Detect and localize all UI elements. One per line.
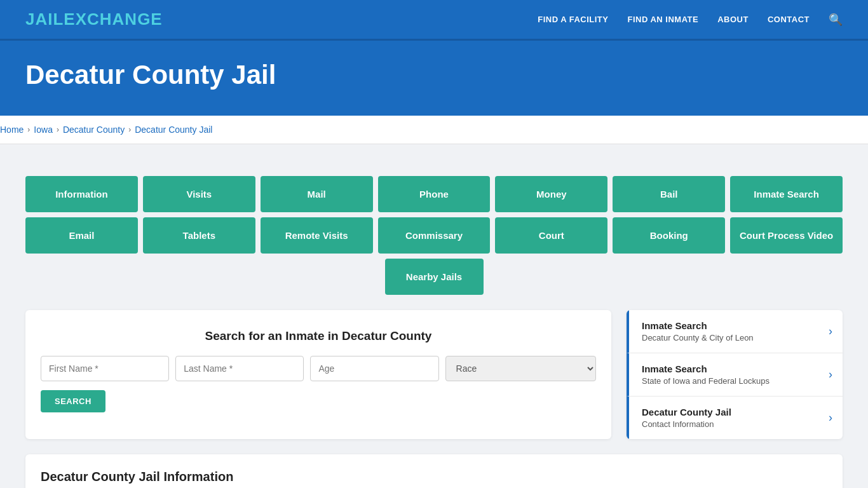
sidebar-card-sub-2: State of Iowa and Federal Lockups xyxy=(642,376,770,386)
breadcrumb-sep-1: › xyxy=(27,125,30,134)
btn-nearby-jails[interactable]: Nearby Jails xyxy=(385,259,484,295)
nav-contact[interactable]: CONTACT xyxy=(768,15,810,24)
sidebar-card-text-2: Inmate Search State of Iowa and Federal … xyxy=(642,363,770,386)
age-input[interactable] xyxy=(310,356,438,381)
btn-email[interactable]: Email xyxy=(25,217,138,254)
buttons-row-3: Nearby Jails xyxy=(25,259,843,295)
logo-part1: JAIL xyxy=(25,10,64,29)
sidebar-card-inmate-search-decatur[interactable]: Inmate Search Decatur County & City of L… xyxy=(627,310,843,353)
btn-money[interactable]: Money xyxy=(495,176,607,212)
btn-information[interactable]: Information xyxy=(25,176,138,212)
btn-court[interactable]: Court xyxy=(495,217,607,254)
btn-bail[interactable]: Bail xyxy=(613,176,725,212)
first-name-input[interactable] xyxy=(41,356,169,381)
btn-court-process-video[interactable]: Court Process Video xyxy=(730,217,843,254)
hero-section: Decatur County Jail xyxy=(0,41,868,116)
btn-inmate-search[interactable]: Inmate Search xyxy=(730,176,843,212)
header: JAILEXCHANGE FIND A FACILITY FIND AN INM… xyxy=(0,0,868,41)
sidebar-card-text-1: Inmate Search Decatur County & City of L… xyxy=(642,320,754,342)
btn-mail[interactable]: Mail xyxy=(261,176,373,212)
sidebar-cards: Inmate Search Decatur County & City of L… xyxy=(627,310,843,439)
search-button[interactable]: SEARCH xyxy=(41,390,105,412)
sidebar-card-title-2: Inmate Search xyxy=(642,363,770,374)
search-form-title: Search for an Inmate in Decatur County xyxy=(41,329,596,343)
sidebar-card-inmate-search-iowa[interactable]: Inmate Search State of Iowa and Federal … xyxy=(627,353,843,396)
page-title: Decatur County Jail xyxy=(25,60,843,90)
breadcrumb-iowa[interactable]: Iowa xyxy=(34,125,53,135)
info-section: Decatur County Jail Information xyxy=(25,454,843,488)
info-section-title: Decatur County Jail Information xyxy=(41,470,827,484)
btn-remote-visits[interactable]: Remote Visits xyxy=(261,217,373,254)
breadcrumb-home[interactable]: Home xyxy=(0,125,24,135)
nav-about[interactable]: ABOUT xyxy=(717,15,749,24)
buttons-row-2: Email Tablets Remote Visits Commissary C… xyxy=(25,217,843,254)
search-form-container: Search for an Inmate in Decatur County R… xyxy=(25,310,611,439)
sidebar-card-sub-1: Decatur County & City of Leon xyxy=(642,333,754,342)
breadcrumb: Home › Iowa › Decatur County › Decatur C… xyxy=(0,116,868,144)
breadcrumb-sep-3: › xyxy=(128,125,131,134)
sidebar-card-title-3: Decatur County Jail xyxy=(642,407,731,417)
buttons-section: Information Visits Mail Phone Money Bail… xyxy=(25,176,843,295)
sidebar-card-sub-3: Contact Information xyxy=(642,419,731,429)
btn-visits[interactable]: Visits xyxy=(143,176,255,212)
buttons-row-1: Information Visits Mail Phone Money Bail… xyxy=(25,176,843,212)
btn-booking[interactable]: Booking xyxy=(613,217,725,254)
sidebar-card-text-3: Decatur County Jail Contact Information xyxy=(642,407,731,429)
search-button-row: SEARCH xyxy=(41,390,596,412)
content-wrapper: Information Visits Mail Phone Money Bail… xyxy=(0,144,868,488)
chevron-down-icon-3: › xyxy=(829,411,832,424)
sidebar-card-contact-info[interactable]: Decatur County Jail Contact Information … xyxy=(627,396,843,439)
form-row-names: Race White Black Hispanic Asian Other xyxy=(41,356,596,381)
btn-commissary[interactable]: Commissary xyxy=(378,217,491,254)
nav-find-facility[interactable]: FIND A FACILITY xyxy=(538,15,608,24)
breadcrumb-sep-2: › xyxy=(57,125,59,134)
sidebar-card-title-1: Inmate Search xyxy=(642,320,754,331)
logo[interactable]: JAILEXCHANGE xyxy=(25,10,163,29)
breadcrumb-current: Decatur County Jail xyxy=(135,125,212,135)
breadcrumb-decatur-county[interactable]: Decatur County xyxy=(63,125,125,135)
chevron-down-icon-1: › xyxy=(829,325,832,338)
race-select[interactable]: Race White Black Hispanic Asian Other xyxy=(445,356,596,381)
btn-tablets[interactable]: Tablets xyxy=(143,217,255,254)
btn-phone[interactable]: Phone xyxy=(378,176,491,212)
lower-section: Search for an Inmate in Decatur County R… xyxy=(25,310,843,439)
last-name-input[interactable] xyxy=(175,356,304,381)
nav-find-inmate[interactable]: FIND AN INMATE xyxy=(627,15,698,24)
search-icon[interactable]: 🔍 xyxy=(829,13,843,27)
chevron-down-icon-2: › xyxy=(829,368,832,381)
logo-part2-highlight: EXCHANGE xyxy=(64,10,162,29)
main-nav: FIND A FACILITY FIND AN INMATE ABOUT CON… xyxy=(538,13,843,27)
